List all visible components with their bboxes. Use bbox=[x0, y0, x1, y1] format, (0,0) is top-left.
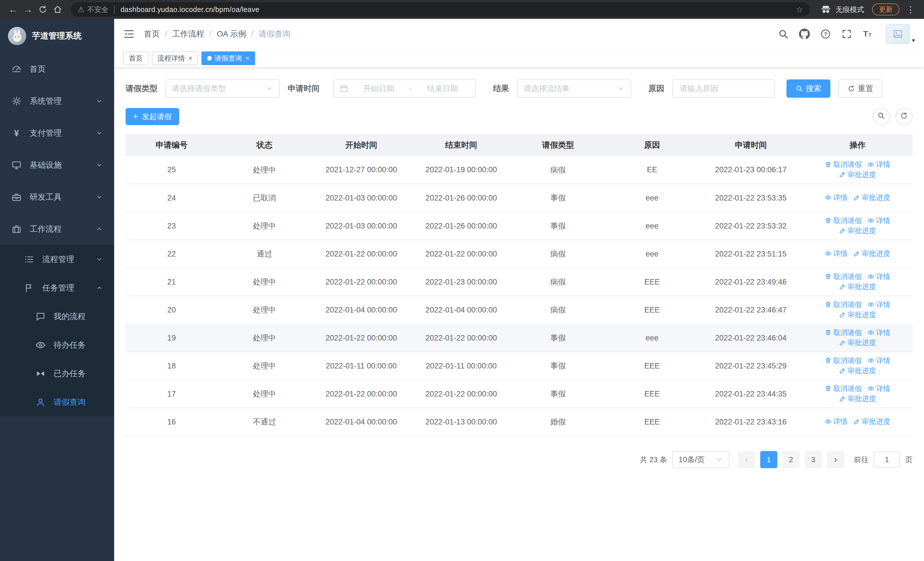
home-button[interactable] bbox=[50, 2, 65, 17]
page-button-1[interactable]: 1 bbox=[760, 451, 777, 468]
back-button[interactable]: ← bbox=[6, 2, 21, 17]
workflow-submenu: 流程管理任务管理我的流程待办任务已办任务请假查询 bbox=[0, 245, 114, 417]
close-icon[interactable]: × bbox=[245, 55, 249, 62]
sidebar-item-workflow[interactable]: 工作流程 bbox=[0, 213, 114, 245]
breadcrumb-item[interactable]: OA 示例 bbox=[217, 29, 246, 39]
table-row-16[interactable]: 16不通过2022-01-04 00:00:002022-01-13 00:00… bbox=[126, 408, 913, 436]
breadcrumb-item[interactable]: 首页 bbox=[144, 29, 160, 39]
progress-action-link[interactable]: 审批进度 bbox=[839, 366, 876, 375]
progress-action-link[interactable]: 审批进度 bbox=[853, 193, 890, 202]
table-row-23[interactable]: 23处理中2022-01-03 00:00:002022-01-26 00:00… bbox=[126, 212, 913, 240]
goto-page-input[interactable] bbox=[874, 451, 900, 468]
table-row-17[interactable]: 17处理中2022-01-22 00:00:002022-01-22 00:00… bbox=[126, 380, 913, 408]
detail-action-link[interactable]: 详情 bbox=[867, 300, 890, 309]
table-row-25[interactable]: 25处理中2021-12-27 00:00:002022-01-19 00:00… bbox=[126, 156, 913, 184]
reason-input[interactable] bbox=[672, 80, 775, 98]
refresh-table-button[interactable] bbox=[896, 108, 913, 125]
breadcrumb-item[interactable]: 工作流程 bbox=[172, 29, 204, 39]
progress-action-link[interactable]: 审批进度 bbox=[853, 249, 890, 258]
sidebar-item-infra[interactable]: 基础设施 bbox=[0, 149, 114, 181]
next-page-button[interactable]: › bbox=[827, 451, 844, 468]
tab-process-detail[interactable]: 流程详情× bbox=[152, 51, 198, 65]
progress-action-link[interactable]: 审批进度 bbox=[839, 394, 876, 403]
cancel-action-link[interactable]: 取消请假 bbox=[825, 384, 862, 393]
sidebar-item-my-process[interactable]: 我的流程 bbox=[0, 302, 114, 331]
address-bar[interactable]: ⚠ 不安全 dashboard.yudao.iocoder.cn/bpm/oa/… bbox=[71, 2, 810, 17]
progress-action-link[interactable]: 审批进度 bbox=[853, 417, 890, 426]
sidebar-item-leave-query[interactable]: 请假查询 bbox=[0, 388, 114, 417]
apply-time-range-picker[interactable]: 开始日期 - 结束日期 bbox=[333, 80, 476, 98]
sidebar-item-done-tasks[interactable]: 已办任务 bbox=[0, 359, 114, 388]
cell-apply_time: 2022-01-22 23:49:46 bbox=[699, 268, 802, 296]
sidebar-item-home[interactable]: 首页 bbox=[0, 53, 114, 85]
tab-leave-query[interactable]: 请假查询× bbox=[201, 51, 255, 65]
result-select[interactable]: 请选择流结果 bbox=[517, 80, 631, 98]
sidebar-item-process-mgmt[interactable]: 流程管理 bbox=[0, 245, 114, 274]
toggle-search-button[interactable] bbox=[873, 108, 890, 125]
cancel-action-link[interactable]: 取消请假 bbox=[825, 272, 862, 281]
detail-action-link[interactable]: 详情 bbox=[867, 328, 890, 337]
progress-action-link[interactable]: 审批进度 bbox=[839, 282, 876, 291]
app-logo[interactable]: 芋道管理系统 bbox=[0, 19, 114, 53]
github-icon[interactable] bbox=[799, 29, 810, 39]
cancel-action-link[interactable]: 取消请假 bbox=[825, 328, 862, 337]
detail-action-link[interactable]: 详情 bbox=[825, 249, 848, 258]
leave-type-select[interactable]: 请选择请假类型 bbox=[165, 80, 280, 98]
page-button-3[interactable]: 3 bbox=[805, 451, 822, 468]
cell-id: 23 bbox=[126, 212, 218, 240]
detail-action-link[interactable]: 详情 bbox=[867, 272, 890, 281]
close-icon[interactable]: × bbox=[188, 55, 192, 62]
security-label[interactable]: 不安全 bbox=[87, 5, 108, 14]
fullscreen-icon[interactable] bbox=[841, 29, 852, 39]
table-row-21[interactable]: 21处理中2022-01-22 00:00:002022-01-23 00:00… bbox=[126, 268, 913, 296]
cell-status: 处理中 bbox=[218, 268, 311, 296]
search-button[interactable]: 搜索 bbox=[786, 80, 830, 98]
progress-action-link[interactable]: 审批进度 bbox=[839, 170, 876, 179]
table-row-20[interactable]: 20处理中2022-01-04 00:00:002022-01-04 00:00… bbox=[126, 296, 913, 324]
search-icon[interactable] bbox=[778, 29, 789, 39]
detail-action-link[interactable]: 详情 bbox=[867, 356, 890, 365]
cell-leave_type: 事假 bbox=[511, 212, 604, 240]
progress-action-link[interactable]: 审批进度 bbox=[839, 226, 876, 235]
sidebar-item-payment[interactable]: ¥支付管理 bbox=[0, 117, 114, 149]
cancel-action-link[interactable]: 取消请假 bbox=[825, 216, 862, 226]
detail-action-link[interactable]: 详情 bbox=[867, 160, 890, 169]
detail-action-link[interactable]: 详情 bbox=[867, 216, 890, 226]
reload-button[interactable] bbox=[35, 2, 50, 17]
reset-button[interactable]: 重置 bbox=[838, 80, 882, 98]
update-button[interactable]: 更新 bbox=[872, 3, 900, 15]
user-avatar[interactable]: ▾ bbox=[886, 24, 915, 44]
table-row-24[interactable]: 24已取消2022-01-03 00:00:002022-01-26 00:00… bbox=[126, 184, 913, 212]
sidebar-fold-icon[interactable] bbox=[123, 28, 135, 40]
table-row-19[interactable]: 19处理中2022-01-22 00:00:002022-01-22 00:00… bbox=[126, 324, 913, 352]
cancel-action-link[interactable]: 取消请假 bbox=[825, 300, 862, 309]
detail-action-link[interactable]: 详情 bbox=[867, 384, 890, 393]
sidebar-item-todo-tasks[interactable]: 待办任务 bbox=[0, 331, 114, 359]
table-row-22[interactable]: 22通过2022-01-22 00:00:002022-01-22 00:00:… bbox=[126, 240, 913, 268]
url-text[interactable]: dashboard.yudao.iocoder.cn/bpm/oa/leave bbox=[120, 5, 260, 14]
progress-action-link[interactable]: 审批进度 bbox=[839, 310, 876, 319]
browser-menu-icon[interactable]: ⋮ bbox=[906, 5, 915, 15]
create-leave-button[interactable]: + 发起请假 bbox=[126, 108, 179, 125]
tab-home[interactable]: 首页 bbox=[123, 51, 148, 65]
sidebar-item-system[interactable]: 系统管理 bbox=[0, 85, 114, 117]
progress-action-link[interactable]: 审批进度 bbox=[839, 338, 876, 347]
result-placeholder: 请选择流结果 bbox=[524, 83, 570, 94]
sidebar-item-devtools[interactable]: 研发工具 bbox=[0, 181, 114, 213]
page-button-2[interactable]: 2 bbox=[783, 451, 800, 468]
prev-page-button[interactable]: ‹ bbox=[738, 451, 755, 468]
detail-action-link[interactable]: 详情 bbox=[825, 417, 848, 426]
chevron-down-icon bbox=[266, 84, 273, 93]
detail-action-link[interactable]: 详情 bbox=[825, 193, 848, 202]
cancel-action-link[interactable]: 取消请假 bbox=[825, 160, 862, 169]
help-icon[interactable]: ? bbox=[820, 29, 831, 39]
range-separator: - bbox=[410, 84, 412, 93]
filter-form: 请假类型 请选择请假类型 申请时间 开始日期 - 结束日期 结果 请选择流结果 bbox=[126, 80, 913, 98]
table-row-18[interactable]: 18处理中2022-01-11 00:00:002022-01-11 00:00… bbox=[126, 352, 913, 380]
font-size-icon[interactable]: TT bbox=[862, 29, 873, 39]
cancel-action-link[interactable]: 取消请假 bbox=[825, 356, 862, 365]
sidebar-item-task-mgmt[interactable]: 任务管理 bbox=[0, 274, 114, 302]
bookmark-star-icon[interactable]: ☆ bbox=[796, 5, 803, 14]
page-size-select[interactable]: 10条/页 bbox=[672, 451, 729, 468]
forward-button[interactable]: → bbox=[21, 2, 35, 17]
